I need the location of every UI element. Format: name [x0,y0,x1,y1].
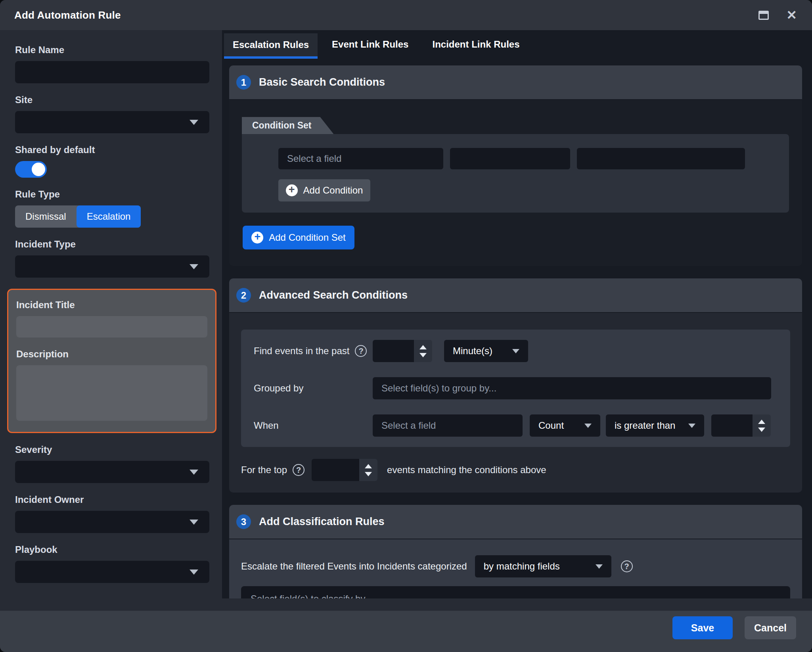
incident-title-input[interactable] [16,316,207,338]
chevron-down-icon [190,120,198,125]
when-row: When Count is greater than [254,414,771,437]
advanced-search-conditions-body: Find events in the past ? [229,313,802,493]
condition-set-panel: + Add Condition [242,134,789,213]
when-label-wrap: When [254,420,373,431]
section-header: 2 Advanced Search Conditions [229,278,802,313]
operator-select[interactable]: is greater than [606,414,704,437]
incident-type-group: Incident Type [15,239,209,278]
classify-by-input[interactable] [241,586,790,598]
find-events-count-stepper [373,340,432,362]
playbook-select[interactable] [15,561,209,583]
section-header: 1 Basic Search Conditions [229,65,802,100]
dialog-footer: Save Cancel [0,611,812,652]
maximize-icon[interactable] [758,11,769,20]
plus-icon: + [251,232,263,244]
top-events-input[interactable] [312,459,359,481]
grouped-by-input[interactable] [373,377,771,399]
rule-name-label: Rule Name [15,44,209,56]
aggregate-select[interactable]: Count [530,414,600,437]
grouped-by-label-wrap: Grouped by [254,383,373,394]
rule-type-option-escalation[interactable]: Escalation [77,205,141,228]
chevron-down-icon [190,570,198,575]
shared-by-default-toggle[interactable] [15,161,47,178]
incident-owner-select[interactable] [15,511,209,533]
categorized-by-select[interactable]: by matching fields [475,555,611,577]
description-label: Description [16,349,207,360]
condition-value-field[interactable] [577,148,745,169]
tab-escalation-rules[interactable]: Escalation Rules [224,33,318,59]
severity-group: Severity [15,444,209,483]
basic-search-conditions-body: Condition Set + Add Condition [229,100,802,266]
categorized-by-value: by matching fields [484,561,560,572]
incident-title-label: Incident Title [16,299,207,311]
site-select[interactable] [15,111,209,133]
escalate-label: Escalate the filtered Events into Incide… [241,561,467,572]
advanced-conditions-panel: Find events in the past ? [241,330,790,447]
condition-operator-field[interactable] [450,148,570,169]
help-icon[interactable]: ? [293,464,304,476]
rule-type-segmented-control: Dismissal Escalation [15,205,141,228]
time-unit-select[interactable]: Minute(s) [444,340,528,362]
add-condition-set-button[interactable]: + Add Condition Set [243,226,354,249]
add-classification-rules-section: 3 Add Classification Rules Escalate the … [229,505,802,598]
cancel-button[interactable]: Cancel [745,616,796,639]
section-title: Add Classification Rules [259,516,385,528]
window-controls: ✕ [758,9,798,21]
site-group: Site [15,94,209,133]
basic-search-conditions-section: 1 Basic Search Conditions Condition Set … [229,65,802,266]
threshold-input[interactable] [711,414,753,437]
save-button[interactable]: Save [672,616,733,639]
for-the-top-suffix: events matching the conditions above [387,464,546,476]
stepper-arrows[interactable] [414,340,432,362]
when-field-select[interactable] [373,414,523,437]
time-unit-value: Minute(s) [453,345,492,357]
rule-type-group: Rule Type Dismissal Escalation [15,189,209,228]
help-icon[interactable]: ? [355,345,367,357]
condition-row [278,148,789,169]
step-number-badge: 1 [236,75,251,90]
stepper-arrows[interactable] [359,459,377,481]
playbook-group: Playbook [15,544,209,583]
chevron-down-icon [190,470,198,475]
find-events-label-wrap: Find events in the past ? [254,345,373,357]
step-number-badge: 2 [236,288,251,303]
section-title: Advanced Search Conditions [259,289,408,301]
condition-field-select[interactable] [278,148,443,169]
plus-icon: + [286,184,298,196]
chevron-down-icon [512,349,519,353]
stepper-arrows[interactable] [753,414,771,437]
escalate-row: Escalate the filtered Events into Incide… [241,555,790,577]
incident-title-group: Incident Title [16,299,207,338]
arrow-down-icon [419,353,427,357]
severity-select[interactable] [15,461,209,483]
incident-type-select[interactable] [15,255,209,278]
find-events-count-input[interactable] [373,340,414,362]
add-condition-button[interactable]: + Add Condition [278,179,370,201]
incident-owner-group: Incident Owner [15,494,209,533]
arrow-down-icon [758,428,765,432]
rule-name-input[interactable] [15,61,209,83]
rule-form-sidebar: Rule Name Site Shared by default Rule Ty… [0,30,222,611]
highlighted-field-group: Incident Title Description [7,289,216,433]
rule-tabs: Escalation Rules Event Link Rules Incide… [222,30,812,59]
escalation-rules-content: 1 Basic Search Conditions Condition Set … [222,59,812,598]
tab-event-link-rules[interactable]: Event Link Rules [322,30,418,59]
close-icon[interactable]: ✕ [786,9,797,21]
arrow-down-icon [365,472,372,476]
site-label: Site [15,94,209,105]
arrow-up-icon [758,420,765,424]
rule-type-option-dismissal[interactable]: Dismissal [15,205,77,228]
condition-set-tab: Condition Set [242,117,333,134]
incident-owner-label: Incident Owner [15,494,209,505]
find-events-row: Find events in the past ? [254,340,771,362]
advanced-search-conditions-section: 2 Advanced Search Conditions Find events… [229,278,802,493]
rule-type-label: Rule Type [15,189,209,200]
section-header: 3 Add Classification Rules [229,505,802,539]
help-icon[interactable]: ? [621,560,633,572]
for-the-top-label: For the top [241,464,287,476]
arrow-up-icon [365,464,372,468]
rules-pane: Escalation Rules Event Link Rules Incide… [222,30,812,611]
shared-by-default-group: Shared by default [15,144,209,178]
description-textarea[interactable] [16,365,207,421]
tab-incident-link-rules[interactable]: Incident Link Rules [423,30,529,59]
